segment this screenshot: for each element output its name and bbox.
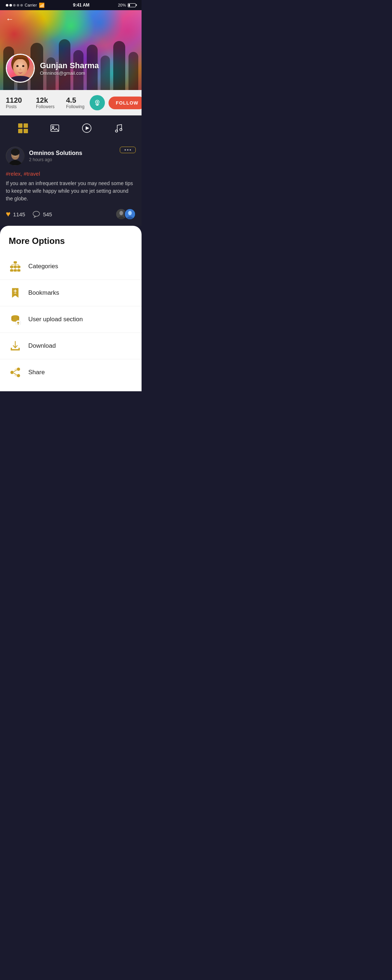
- post-footer: ♥ 1145 545: [6, 208, 136, 220]
- svg-rect-35: [17, 269, 20, 272]
- posts-count: 1120: [6, 96, 22, 104]
- posts-label: Posts: [6, 104, 17, 109]
- following-label: Following: [66, 104, 84, 109]
- svg-point-17: [13, 154, 14, 155]
- bottom-sheet: More Options: [0, 226, 142, 391]
- post-author: Omninos Solutions 2 hours ago: [6, 146, 82, 165]
- svg-line-50: [14, 373, 17, 375]
- svg-point-9: [52, 126, 54, 128]
- categories-item[interactable]: Categories: [0, 253, 142, 280]
- bookmarks-item[interactable]: Bookmarks: [0, 280, 142, 306]
- signal-dot-1: [6, 4, 8, 6]
- like-action[interactable]: ♥ 1145: [6, 210, 25, 219]
- heart-icon: ♥: [6, 210, 11, 219]
- share-label: Share: [28, 369, 45, 376]
- back-button[interactable]: ←: [6, 14, 14, 24]
- status-bar: Carrier 📶 9:41 AM 20%: [0, 0, 142, 10]
- user-upload-label: User upload section: [28, 316, 83, 323]
- svg-point-16: [11, 148, 20, 156]
- cover-section: ←: [0, 10, 142, 90]
- followers-label: Followers: [36, 104, 54, 109]
- likes-count: 1145: [13, 211, 25, 217]
- sheet-title: More Options: [0, 236, 142, 246]
- signal-dots: [6, 4, 23, 6]
- svg-rect-25: [10, 266, 13, 268]
- svg-point-21: [120, 211, 123, 215]
- share-item[interactable]: Share: [0, 360, 142, 385]
- profile-info: Gunjan Sharma Omninos@gmail.com: [6, 54, 99, 83]
- categories-label: Categories: [28, 263, 58, 270]
- post-time: 2 hours ago: [29, 157, 82, 162]
- svg-rect-34: [14, 269, 17, 272]
- status-right: 20%: [118, 3, 136, 7]
- post-avatar-image: [6, 146, 25, 165]
- message-button[interactable]: [90, 95, 105, 110]
- signal-dot-3: [13, 4, 16, 6]
- play-icon: [81, 123, 92, 134]
- tiny-avatar-2: [124, 208, 136, 220]
- battery-fill: [129, 4, 130, 6]
- post-author-name: Omninos Solutions: [29, 150, 82, 156]
- svg-point-5: [97, 101, 98, 103]
- svg-point-19: [33, 211, 40, 216]
- svg-rect-33: [10, 269, 13, 272]
- user-upload-item[interactable]: User upload section: [0, 306, 142, 333]
- comment-icon: [32, 210, 40, 218]
- status-left: Carrier 📶: [6, 3, 45, 8]
- tab-grid[interactable]: [16, 121, 31, 136]
- stats-bar: 1120 Posts 12k Followers 4.5 Following F…: [0, 90, 142, 115]
- post-card: Omninos Solutions 2 hours ago #relex, #t…: [0, 141, 142, 226]
- tab-video[interactable]: [79, 121, 94, 136]
- avatar-image: [7, 55, 34, 82]
- message-icon: [94, 99, 101, 107]
- stat-posts: 1120 Posts: [6, 96, 26, 109]
- post-actions: ♥ 1145 545: [6, 210, 52, 219]
- carrier-label: Carrier: [25, 3, 37, 7]
- post-text: If you are an infrequent traveler you ma…: [6, 180, 136, 202]
- bookmarks-icon: [9, 286, 22, 299]
- download-icon: [9, 339, 22, 352]
- profile-email: Omninos@gmail.com: [40, 70, 99, 76]
- svg-point-2: [16, 65, 19, 67]
- user-avatars: [115, 208, 136, 220]
- svg-point-18: [16, 154, 18, 155]
- more-options-button[interactable]: [120, 146, 136, 153]
- post-avatar: [6, 146, 25, 165]
- svg-line-49: [14, 370, 17, 372]
- following-count: 4.5: [66, 96, 76, 104]
- tab-image[interactable]: [47, 121, 62, 136]
- stat-followers: 12k Followers: [36, 96, 56, 109]
- signal-dot-5: [20, 4, 23, 6]
- profile-name: Gunjan Sharma: [40, 61, 99, 70]
- tab-music[interactable]: [111, 121, 126, 136]
- share-icon: [9, 366, 22, 379]
- svg-marker-11: [86, 126, 89, 130]
- battery-icon: [128, 3, 136, 7]
- battery-label: 20%: [118, 3, 126, 7]
- bookmarks-label: Bookmarks: [28, 289, 59, 296]
- avatar: [6, 54, 35, 83]
- post-tags: #relex, #travel: [6, 170, 136, 177]
- comments-count: 545: [43, 211, 52, 217]
- stats-actions: FOLLOW: [90, 95, 142, 110]
- download-item[interactable]: Download: [0, 333, 142, 360]
- stat-following: 4.5 Following: [66, 96, 86, 109]
- music-icon: [114, 123, 123, 133]
- profile-text: Gunjan Sharma Omninos@gmail.com: [40, 61, 99, 76]
- post-author-info: Omninos Solutions 2 hours ago: [29, 150, 82, 162]
- grid-icon: [18, 123, 28, 133]
- image-icon: [50, 123, 60, 133]
- svg-point-47: [11, 371, 14, 374]
- followers-count: 12k: [36, 96, 48, 104]
- signal-dot-2: [10, 4, 12, 6]
- post-header: Omninos Solutions 2 hours ago: [6, 146, 136, 165]
- svg-point-3: [22, 65, 24, 67]
- comment-action[interactable]: 545: [32, 210, 52, 218]
- signal-dot-4: [17, 4, 19, 6]
- wifi-icon: 📶: [39, 3, 45, 8]
- status-time: 9:41 AM: [73, 3, 90, 8]
- categories-icon: [9, 260, 22, 273]
- svg-rect-24: [14, 261, 17, 264]
- follow-button[interactable]: FOLLOW: [108, 97, 142, 109]
- tabs-bar: [0, 115, 142, 141]
